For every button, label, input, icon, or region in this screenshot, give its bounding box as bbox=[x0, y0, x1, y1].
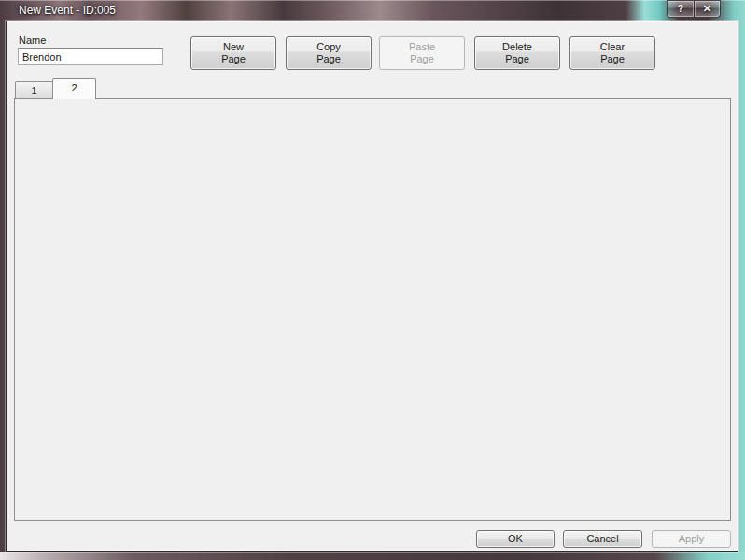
button-label: Cancel bbox=[586, 533, 618, 545]
ok-button[interactable]: OK bbox=[476, 530, 555, 548]
caption-buttons: ? ✕ bbox=[667, 0, 721, 18]
paste-page-button: Paste Page bbox=[379, 36, 465, 70]
delete-page-button[interactable]: Delete Page bbox=[474, 36, 560, 70]
window-bottom-border bbox=[0, 552, 745, 560]
button-label: Clear bbox=[600, 41, 625, 53]
tab-page-panel bbox=[14, 98, 731, 521]
help-icon: ? bbox=[677, 3, 683, 14]
close-icon: ✕ bbox=[703, 3, 711, 14]
button-label: Page bbox=[221, 53, 246, 65]
help-button[interactable]: ? bbox=[667, 0, 694, 18]
button-label: OK bbox=[508, 533, 523, 545]
button-label: Delete bbox=[502, 41, 532, 53]
tab-label: 2 bbox=[53, 79, 95, 93]
button-label: Copy bbox=[316, 41, 341, 53]
button-label: Page bbox=[316, 53, 341, 65]
button-label: Page bbox=[505, 53, 529, 65]
name-label: Name bbox=[19, 35, 46, 46]
clear-page-button[interactable]: Clear Page bbox=[569, 36, 655, 70]
tab-label: 1 bbox=[16, 82, 52, 96]
name-input[interactable] bbox=[18, 48, 163, 65]
button-label: New bbox=[223, 41, 244, 53]
button-label: Paste bbox=[409, 41, 435, 53]
tab-page-1[interactable]: 1 bbox=[15, 81, 53, 98]
new-page-button[interactable]: New Page bbox=[190, 36, 276, 70]
button-label: Page bbox=[410, 53, 434, 65]
tab-page-2[interactable]: 2 bbox=[52, 78, 96, 99]
button-label: Page bbox=[600, 53, 625, 65]
dialog-client-area: Name New Page Copy Page Paste Page Delet… bbox=[6, 21, 738, 552]
copy-page-button[interactable]: Copy Page bbox=[286, 36, 372, 70]
button-label: Apply bbox=[679, 533, 705, 545]
close-button[interactable]: ✕ bbox=[694, 0, 722, 18]
cancel-button[interactable]: Cancel bbox=[563, 530, 642, 548]
window-title: New Event - ID:005 bbox=[19, 4, 116, 17]
apply-button: Apply bbox=[652, 530, 731, 548]
